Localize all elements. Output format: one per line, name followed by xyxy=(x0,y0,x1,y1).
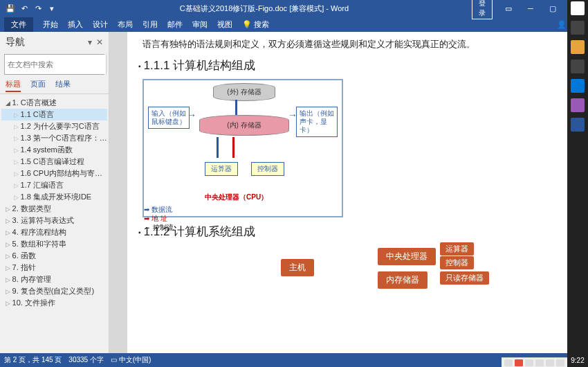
tab-design[interactable]: 设计 xyxy=(93,19,108,30)
taskbar-app[interactable] xyxy=(571,79,585,93)
outline-node[interactable]: 1.1 C语言 xyxy=(1,109,107,120)
outline-node[interactable]: 7. 指针 xyxy=(1,262,107,274)
outline-node[interactable]: 10. 文件操作 xyxy=(1,297,107,309)
outline-node[interactable]: 1.7 汇编语言 xyxy=(1,179,107,191)
taskbar-word-icon[interactable] xyxy=(571,118,585,132)
outline-node[interactable]: 1.6 CPU内部结构与寄存器(了... xyxy=(1,168,107,179)
outline-node[interactable]: 6. 函数 xyxy=(1,250,107,262)
tray-icon[interactable] xyxy=(535,359,544,366)
diagram-legend: ➡ 数据流 ➡ 地 址 → 控制流 xyxy=(144,205,174,232)
outline-node[interactable]: 1.8 集成开发环境IDE xyxy=(1,191,107,203)
tray-icon[interactable] xyxy=(546,359,554,366)
cu-box2: 控制器 xyxy=(440,256,474,269)
outline-tree: 1. C语言概述1.1 C语言1.2 为什么要学习C语言1.3 第一个C语言程序… xyxy=(0,94,109,353)
taskbar-app[interactable] xyxy=(571,60,585,73)
rom-box: 只读存储器 xyxy=(440,271,489,285)
nav-close-icon[interactable]: ✕ xyxy=(96,37,103,47)
cpu-label: 中央处理器（CPU） xyxy=(205,193,268,202)
document-title: C基础讲义2018修订版-Figo.doc [兼容模式] - Word xyxy=(57,3,472,14)
tab-layout[interactable]: 布局 xyxy=(118,19,133,30)
taskbar-clock[interactable]: 9:22 xyxy=(571,357,584,364)
nav-search[interactable]: 🔍▾ xyxy=(4,54,104,75)
cpu-box: 中央处理器 xyxy=(378,248,436,265)
word-count[interactable]: 30335 个字 xyxy=(68,355,104,365)
internal-storage: (内) 存储器 xyxy=(199,115,289,136)
outline-node[interactable]: 8. 内存管理 xyxy=(1,274,107,285)
nav-tab-headings[interactable]: 标题 xyxy=(6,79,21,92)
alu-box2: 运算器 xyxy=(440,242,474,256)
quick-access-toolbar: 💾 ↶ ↷ ▾ xyxy=(3,3,57,13)
taskbar-app[interactable] xyxy=(571,21,585,35)
language-indicator[interactable]: ▭ 中文(中国) xyxy=(111,355,151,365)
tab-mailings[interactable]: 邮件 xyxy=(167,19,183,30)
maximize-icon[interactable]: ▢ xyxy=(542,4,563,13)
status-bar: 第 2 页，共 145 页 30335 个字 ▭ 中文(中国) ▦ ▤ ▨ xyxy=(0,353,588,367)
arrow-icon: → xyxy=(187,109,196,120)
windows-taskbar: 9:22 xyxy=(567,0,588,367)
computer-system-diagram: 主机 中央处理器 内存储器 运算器 控制器 只读存储器 xyxy=(143,245,555,287)
arrow-icon xyxy=(235,100,237,115)
nav-tab-results[interactable]: 结果 xyxy=(55,79,71,92)
navigation-pane: 导航 ▾✕ 🔍▾ 标题 页面 结果 1. C语言概述1.1 C语言1.2 为什么… xyxy=(0,32,109,353)
page: 语言有独特的语法规则和定义，双方必须遵循这些规则和定义才能实现真正的交流。 1.… xyxy=(127,32,570,353)
outline-node[interactable]: 1.2 为什么要学习C语言 xyxy=(1,120,107,132)
outline-node[interactable]: 4. 程序流程结构 xyxy=(1,226,107,238)
tray-icon[interactable] xyxy=(525,359,533,366)
nav-tab-pages[interactable]: 页面 xyxy=(30,79,46,92)
arrow-icon xyxy=(232,137,235,158)
system-tray xyxy=(502,357,567,367)
outline-node[interactable]: 9. 复合类型(自定义类型) xyxy=(1,285,107,297)
outline-node[interactable]: 1. C语言概述 xyxy=(1,97,107,109)
taskbar-app[interactable] xyxy=(571,98,585,112)
tray-icon[interactable] xyxy=(515,359,523,366)
document-area[interactable]: 语言有独特的语法规则和定义，双方必须遵循这些规则和定义才能实现真正的交流。 1.… xyxy=(109,32,588,353)
search-input[interactable] xyxy=(5,55,106,74)
undo-icon[interactable]: ↶ xyxy=(19,3,29,13)
nav-tabs: 标题 页面 结果 xyxy=(0,76,109,94)
tab-review[interactable]: 审阅 xyxy=(192,19,208,30)
nav-dropdown-icon[interactable]: ▾ xyxy=(88,37,92,47)
nav-title: 导航 xyxy=(6,36,25,48)
page-indicator[interactable]: 第 2 页，共 145 页 xyxy=(4,355,62,365)
qat-more-icon[interactable]: ▾ xyxy=(47,3,57,13)
heading-112: 1.1.2 计算机系统组成 xyxy=(138,224,555,240)
computer-structure-diagram: (外) 存储器 输入（例如鼠标键盘） → (内) 存储器 → 输出（例如声卡，显… xyxy=(143,79,343,217)
heading-111: 1.1.1 计算机结构组成 xyxy=(138,57,555,73)
alu-box: 运算器 xyxy=(205,162,238,176)
outline-node[interactable]: 2. 数据类型 xyxy=(1,203,107,215)
minimize-icon[interactable]: ─ xyxy=(520,4,541,12)
tell-me-search[interactable]: 💡 搜索 xyxy=(242,19,269,30)
paragraph: 语言有独特的语法规则和定义，双方必须遵循这些规则和定义才能实现真正的交流。 xyxy=(143,37,555,52)
input-devices: 输入（例如鼠标键盘） xyxy=(148,107,190,129)
save-icon[interactable]: 💾 xyxy=(6,3,15,13)
output-devices: 输出（例如声卡，显卡） xyxy=(296,107,338,137)
file-tab[interactable]: 文件 xyxy=(4,17,33,32)
tab-view[interactable]: 视图 xyxy=(217,19,232,30)
outline-node[interactable]: 3. 运算符与表达式 xyxy=(1,215,107,226)
redo-icon[interactable]: ↷ xyxy=(33,3,43,13)
external-storage: (外) 存储器 xyxy=(213,83,275,101)
tab-references[interactable]: 引用 xyxy=(143,19,158,30)
title-bar: 💾 ↶ ↷ ▾ C基础讲义2018修订版-Figo.doc [兼容模式] - W… xyxy=(0,0,588,17)
start-icon[interactable] xyxy=(571,1,585,15)
outline-node[interactable]: 1.4 system函数 xyxy=(1,144,107,156)
host-box: 主机 xyxy=(281,259,314,276)
tray-icon[interactable] xyxy=(504,359,513,366)
tab-insert[interactable]: 插入 xyxy=(68,19,83,30)
login-button[interactable]: 登录 xyxy=(472,0,493,19)
outline-node[interactable]: 1.5 C语言编译过程 xyxy=(1,156,107,168)
memory-box: 内存储器 xyxy=(378,271,428,289)
arrow-icon xyxy=(217,137,219,158)
ribbon-options-icon[interactable]: ▭ xyxy=(498,4,519,13)
tab-home[interactable]: 开始 xyxy=(43,19,58,30)
control-unit-box: 控制器 xyxy=(251,162,284,176)
outline-node[interactable]: 5. 数组和字符串 xyxy=(1,238,107,250)
taskbar-app[interactable] xyxy=(571,40,585,54)
tray-icon[interactable] xyxy=(556,359,564,366)
outline-node[interactable]: 1.3 第一个C语言程序：Hello... xyxy=(1,132,107,144)
